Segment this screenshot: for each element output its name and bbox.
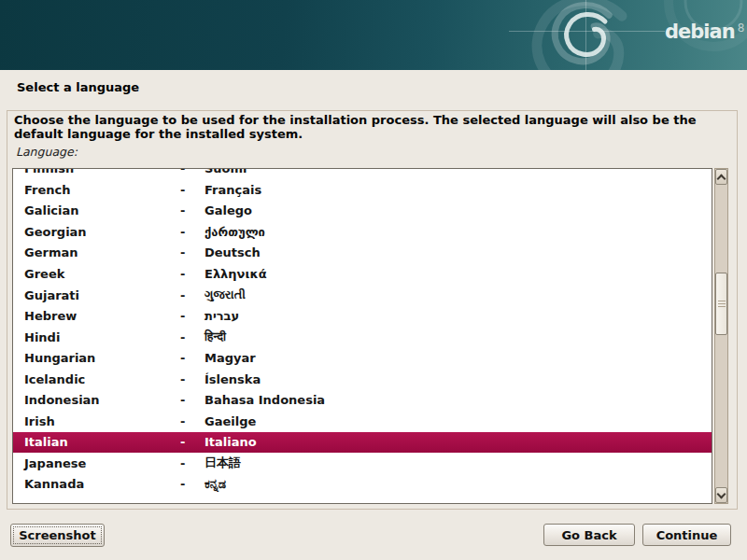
language-row[interactable]: Greek-Ελληνικά [13,263,712,285]
language-separator: - [180,477,204,491]
language-english-name: Georgian [24,225,180,239]
language-separator: - [180,309,204,323]
chevron-down-icon [717,489,726,498]
language-row[interactable]: Italian-Italiano [13,432,712,454]
language-native-name: ಕನ್ನಡ [204,477,712,492]
language-native-name: Ελληνικά [204,267,712,281]
language-field-label: Language: [16,145,78,159]
language-separator: - [180,435,204,449]
language-separator: - [180,456,204,470]
scroll-up-button[interactable] [715,169,727,185]
debian-swirl-logo [0,0,747,70]
language-english-name: Hebrew [24,309,180,323]
language-native-name: עברית [204,309,712,323]
continue-button[interactable]: Continue [642,524,731,546]
language-rows: Finnish-SuomiFrench-FrançaisGalician-Gal… [13,168,712,495]
chevron-up-icon [717,174,726,183]
language-separator: - [180,414,204,428]
language-row[interactable]: Georgian-ქართული [13,221,712,243]
language-separator: - [180,183,204,197]
language-native-name: Íslenska [204,372,712,386]
language-row[interactable]: Kannada-ಕನ್ನಡ [13,474,712,496]
language-english-name: Indonesian [24,393,180,407]
language-row[interactable]: Hungarian-Magyar [13,347,712,369]
scrollbar-track[interactable] [715,185,727,487]
language-row[interactable]: Hebrew-עברית [13,305,712,327]
language-english-name: Kannada [24,477,180,491]
language-native-name: Italiano [204,435,712,449]
language-row[interactable]: Japanese-日本語 [13,453,712,474]
language-native-name: Français [204,183,712,197]
language-separator: - [180,372,204,386]
language-row[interactable]: German-Deutsch [13,243,712,264]
language-native-name: 日本語 [204,455,712,471]
vertical-scrollbar[interactable] [714,168,728,504]
language-english-name: Greek [24,267,180,281]
language-row[interactable]: Hindi-हिन्दी [13,327,712,348]
language-separator: - [180,245,204,259]
language-separator: - [180,351,204,365]
language-row[interactable]: Finnish-Suomi [13,168,712,179]
page-title: Select a language [17,80,139,94]
language-separator: - [180,225,204,239]
language-separator: - [180,168,204,175]
language-list[interactable]: Finnish-SuomiFrench-FrançaisGalician-Gal… [12,168,712,504]
language-native-name: Deutsch [204,245,712,259]
language-row[interactable]: Indonesian-Bahasa Indonesia [13,390,712,412]
language-english-name: Hungarian [24,351,180,365]
debian-brand: debian [665,21,735,43]
language-native-name: Bahasa Indonesia [204,393,712,407]
language-english-name: Galician [24,203,180,217]
installer-window: debian8 Select a language Choose the lan… [0,0,747,560]
screenshot-button[interactable]: Screenshot [10,524,105,547]
grip-icon [718,303,726,304]
language-row[interactable]: Galician-Galego [13,201,712,222]
debian-version: 8 [738,21,745,35]
banner: debian8 [0,0,747,70]
language-row[interactable]: Icelandic-Íslenska [13,369,712,390]
language-english-name: French [24,183,180,197]
debian-logo-text: debian8 [665,22,744,42]
language-english-name: Japanese [24,456,180,470]
language-english-name: Gujarati [24,288,180,302]
language-separator: - [180,267,204,281]
scroll-down-button[interactable] [715,487,727,503]
language-native-name: Gaeilge [204,414,712,428]
language-native-name: हिन्दी [204,329,712,344]
language-english-name: Finnish [24,168,180,175]
language-row[interactable]: Gujarati-ગુજરાતી [13,285,712,306]
go-back-button[interactable]: Go Back [543,524,635,546]
scrollbar-thumb[interactable] [715,273,727,335]
language-native-name: Suomi [204,168,712,175]
language-native-name: Galego [204,203,712,217]
language-separator: - [180,288,204,302]
language-english-name: Hindi [24,330,180,344]
language-row[interactable]: Irish-Gaeilge [13,411,712,432]
language-separator: - [180,203,204,217]
language-row[interactable]: French-Français [13,179,712,201]
language-english-name: Icelandic [24,372,180,386]
instruction-text: Choose the language to be used for the i… [14,114,716,141]
language-native-name: Magyar [204,351,712,365]
language-native-name: ગુજરાતી [204,287,712,302]
language-native-name: ქართული [204,225,712,239]
language-english-name: Irish [24,414,180,428]
language-separator: - [180,393,204,407]
language-english-name: Italian [24,435,180,449]
language-separator: - [180,330,204,344]
language-english-name: German [24,245,180,259]
